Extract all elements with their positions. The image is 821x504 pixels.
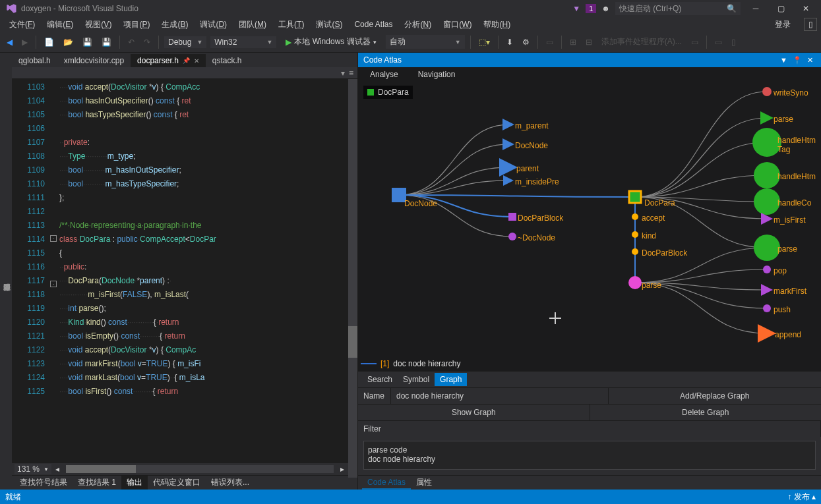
quick-launch-input[interactable]: 快速启动 (Ctrl+Q) 🔍 <box>615 2 741 15</box>
minimize-button[interactable]: ─ <box>746 1 766 16</box>
publish-button[interactable]: ↑ 发布 ▴ <box>787 491 816 503</box>
notification-badge[interactable]: 1 <box>586 4 596 13</box>
show-graph-button[interactable]: Show Graph <box>358 405 590 420</box>
menu-团队[interactable]: 团队(M) <box>233 18 272 32</box>
graph-node-parseM[interactable]: parse <box>642 281 661 290</box>
atlas-close-icon[interactable]: ✕ <box>805 56 816 65</box>
atlas-graph-canvas[interactable]: DocPara [1] doc node hierarchy DocNodem_… <box>358 82 821 371</box>
graph-node-DocParBlock[interactable]: DocParBlock <box>518 213 563 223</box>
scroll-left-icon[interactable]: ◂ <box>55 464 59 474</box>
maximize-button[interactable]: ▢ <box>771 1 791 16</box>
graph-node-m_insidePre[interactable]: m_insidePre <box>515 177 559 186</box>
run-debugger-button[interactable]: ▶本地 Windows 调试器▾ <box>280 35 381 49</box>
menu-生成[interactable]: 生成(B) <box>156 18 193 32</box>
atlas-menu-analyse[interactable]: Analyse <box>365 69 404 80</box>
delete-graph-button[interactable]: Delete Graph <box>590 405 822 420</box>
new-file-icon[interactable]: 📄 <box>42 36 57 48</box>
left-toolwindow-strip[interactable]: 服务器资源管理器 <box>0 53 12 490</box>
filter-item[interactable]: doc node hierarchy <box>368 455 811 464</box>
atlas-tool-icon[interactable]: ⬚▾ <box>476 36 493 48</box>
graph-node-m_isFirst[interactable]: m_isFirst <box>774 215 806 225</box>
menu-工具[interactable]: 工具(T) <box>273 18 309 32</box>
filter-item[interactable]: parse code <box>368 445 811 455</box>
name-input[interactable]: doc node hierarchy <box>391 388 609 404</box>
menu-测试[interactable]: 测试(S) <box>311 18 348 32</box>
filter-list[interactable]: parse codedoc node hierarchy <box>363 441 816 470</box>
graph-node-kind[interactable]: kind <box>642 231 656 240</box>
graph-node-parse2[interactable]: parse <box>774 115 793 124</box>
nav-back-button[interactable]: ◀ <box>4 36 15 48</box>
atlas-tab-symbol[interactable]: Symbol <box>398 373 435 386</box>
toolwin-tab-2[interactable]: 输出 <box>121 476 148 490</box>
graph-node-parse3[interactable]: parse <box>777 244 797 254</box>
save-icon[interactable]: 💾 <box>80 36 95 48</box>
atlas-footer-tab-0[interactable]: Code Atlas <box>362 476 411 490</box>
graph-node-append[interactable]: append <box>775 330 801 339</box>
menu-Code Atlas[interactable]: Code Atlas <box>349 18 398 30</box>
atlas-tab-search[interactable]: Search <box>362 373 398 386</box>
add-replace-graph-button[interactable]: Add/Replace Graph <box>609 388 822 404</box>
outline-margin[interactable]: -- <box>50 79 59 463</box>
menu-窗口[interactable]: 窗口(W) <box>438 18 477 32</box>
toolwin-tab-4[interactable]: 错误列表... <box>206 476 255 490</box>
open-file-icon[interactable]: 📂 <box>61 36 76 48</box>
menu-帮助[interactable]: 帮助(H) <box>478 18 516 32</box>
code-area[interactable]: 1103110411051106110711081109111011111112… <box>12 79 357 463</box>
graph-node-DocPara[interactable]: DocPara <box>644 198 675 208</box>
graph-node-writeSyno[interactable]: writeSyno <box>774 88 808 98</box>
tab-xmldocvisitor.cpp[interactable]: xmldocvisitor.cpp <box>57 54 131 67</box>
graph-node-pop[interactable]: pop <box>774 266 787 275</box>
flag-icon[interactable]: ▼ <box>572 4 580 13</box>
atlas-tab-graph[interactable]: Graph <box>435 373 467 386</box>
pin-icon[interactable]: 📌 <box>183 57 190 64</box>
fold-icon[interactable]: - <box>50 281 57 287</box>
toolwin-tab-3[interactable]: 代码定义窗口 <box>148 476 206 490</box>
graph-node-DocParBlock2[interactable]: DocParBlock <box>642 248 687 258</box>
editor-vscrollbar[interactable] <box>348 79 357 478</box>
tab-qglobal.h[interactable]: qglobal.h <box>12 54 57 67</box>
graph-node-handleHtmTag[interactable]: handleHtm Tag <box>777 136 816 154</box>
close-tab-icon[interactable]: ✕ <box>194 57 199 65</box>
user-icon[interactable]: ▯ <box>804 18 817 31</box>
config-combo[interactable]: Debug▼ <box>164 36 206 48</box>
graph-node-handleCo[interactable]: handleCo <box>777 198 811 208</box>
graph-node-markFirst[interactable]: markFirst <box>774 287 806 296</box>
atlas-footer-tab-1[interactable]: 属性 <box>411 476 437 490</box>
save-all-icon[interactable]: 💾 <box>99 36 114 48</box>
graph-node-handleHtm[interactable]: handleHtm <box>777 172 816 181</box>
close-button[interactable]: ✕ <box>796 1 816 16</box>
tab-docparser.h[interactable]: docparser.h📌✕ <box>131 54 206 67</box>
feedback-icon[interactable]: ☻ <box>601 4 610 13</box>
editor-hscrollbar[interactable] <box>66 465 334 473</box>
download-icon[interactable]: ⬇ <box>504 36 516 48</box>
scroll-right-icon[interactable]: ▸ <box>340 464 344 474</box>
login-button[interactable]: 登录 <box>768 18 797 32</box>
tab-qstack.h[interactable]: qstack.h <box>206 54 249 67</box>
graph-node-m_parent[interactable]: m_parent <box>515 121 549 130</box>
atlas-pin-icon[interactable]: 📍 <box>790 56 805 65</box>
code-text[interactable]: ····void·accept(DocVisitor·*v)·{·CompAcc… <box>59 79 357 463</box>
menu-调试[interactable]: 调试(D) <box>195 18 232 32</box>
split-icon[interactable]: ≡ <box>349 69 353 78</box>
graph-node-accept[interactable]: accept <box>642 213 665 223</box>
toolwin-tab-1[interactable]: 查找结果 1 <box>73 476 121 490</box>
platform-combo[interactable]: Win32▼ <box>210 36 276 48</box>
zoom-combo[interactable]: 131 %▼ <box>15 464 51 474</box>
atlas-dropdown-icon[interactable]: ▼ <box>777 56 790 64</box>
menu-项目[interactable]: 项目(P) <box>118 18 155 32</box>
graph-node-DocNode2[interactable]: DocNode <box>515 141 548 150</box>
menu-编辑[interactable]: 编辑(E) <box>42 18 78 32</box>
atlas-menu-navigation[interactable]: Navigation <box>413 69 461 80</box>
graph-node-push[interactable]: push <box>774 305 791 314</box>
graph-node-parent[interactable]: parent <box>516 164 539 173</box>
toolwin-tab-0[interactable]: 查找符号结果 <box>15 476 73 490</box>
menu-文件[interactable]: 文件(F) <box>4 18 40 32</box>
fold-icon[interactable]: - <box>50 235 57 242</box>
menu-分析[interactable]: 分析(N) <box>399 18 437 32</box>
graph-node-DocNode[interactable]: DocNode <box>404 199 437 208</box>
navigation-bar[interactable]: ▾ ≡ <box>12 67 357 79</box>
auto-combo[interactable]: 自动▼ <box>386 35 465 49</box>
settings-icon[interactable]: ⚙ <box>520 36 532 48</box>
menu-视图[interactable]: 视图(V) <box>80 18 117 32</box>
graph-node-tDocNode[interactable]: ~DocNode <box>518 233 555 242</box>
